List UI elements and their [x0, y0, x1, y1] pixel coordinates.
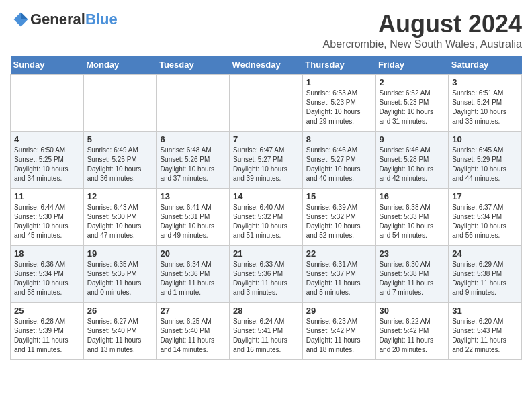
calendar-cell: 27Sunrise: 6:25 AM Sunset: 5:40 PM Dayli… — [157, 303, 230, 360]
calendar-cell: 14Sunrise: 6:40 AM Sunset: 5:32 PM Dayli… — [230, 189, 303, 246]
day-number: 26 — [87, 306, 153, 316]
day-number: 18 — [14, 248, 80, 259]
calendar-table: SundayMondayTuesdayWednesdayThursdayFrid… — [10, 56, 522, 360]
day-number: 6 — [160, 134, 226, 144]
day-number: 10 — [452, 134, 518, 144]
day-number: 11 — [14, 191, 80, 201]
calendar-cell — [83, 75, 157, 132]
day-info: Sunrise: 6:34 AM Sunset: 5:36 PM Dayligh… — [160, 260, 226, 298]
logo-icon — [11, 10, 30, 29]
day-info: Sunrise: 6:50 AM Sunset: 5:25 PM Dayligh… — [14, 146, 80, 183]
day-info: Sunrise: 6:41 AM Sunset: 5:31 PM Dayligh… — [160, 203, 226, 240]
col-header-friday: Friday — [375, 56, 449, 75]
calendar-cell: 23Sunrise: 6:30 AM Sunset: 5:38 PM Dayli… — [375, 246, 449, 303]
col-header-sunday: Sunday — [11, 56, 84, 75]
day-info: Sunrise: 6:44 AM Sunset: 5:30 PM Dayligh… — [14, 203, 80, 240]
calendar-cell: 4Sunrise: 6:50 AM Sunset: 5:25 PM Daylig… — [11, 132, 84, 189]
calendar-cell: 29Sunrise: 6:23 AM Sunset: 5:42 PM Dayli… — [302, 303, 375, 360]
day-info: Sunrise: 6:46 AM Sunset: 5:27 PM Dayligh… — [306, 146, 372, 183]
col-header-tuesday: Tuesday — [157, 56, 230, 75]
day-info: Sunrise: 6:22 AM Sunset: 5:42 PM Dayligh… — [380, 317, 445, 355]
calendar-cell: 13Sunrise: 6:41 AM Sunset: 5:31 PM Dayli… — [157, 189, 230, 246]
day-number: 29 — [306, 306, 372, 316]
calendar-cell: 17Sunrise: 6:37 AM Sunset: 5:34 PM Dayli… — [449, 189, 522, 246]
day-number: 13 — [160, 191, 226, 201]
calendar-cell: 1Sunrise: 6:53 AM Sunset: 5:23 PM Daylig… — [302, 75, 375, 132]
day-number: 12 — [87, 191, 153, 201]
main-title: August 2024 — [323, 10, 522, 38]
day-info: Sunrise: 6:37 AM Sunset: 5:34 PM Dayligh… — [452, 203, 518, 240]
calendar-cell: 25Sunrise: 6:28 AM Sunset: 5:39 PM Dayli… — [11, 303, 84, 360]
day-number: 4 — [14, 134, 80, 144]
day-number: 30 — [380, 306, 445, 316]
day-info: Sunrise: 6:27 AM Sunset: 5:40 PM Dayligh… — [87, 317, 153, 355]
day-number: 15 — [306, 191, 372, 201]
day-info: Sunrise: 6:24 AM Sunset: 5:41 PM Dayligh… — [233, 317, 299, 355]
day-number: 21 — [233, 248, 299, 259]
col-header-wednesday: Wednesday — [230, 56, 303, 75]
day-info: Sunrise: 6:25 AM Sunset: 5:40 PM Dayligh… — [160, 317, 226, 355]
day-info: Sunrise: 6:51 AM Sunset: 5:24 PM Dayligh… — [452, 89, 518, 126]
page-header: GeneralBlue August 2024 Abercrombie, New… — [10, 10, 522, 50]
day-info: Sunrise: 6:23 AM Sunset: 5:42 PM Dayligh… — [306, 317, 372, 355]
calendar-cell: 15Sunrise: 6:39 AM Sunset: 5:32 PM Dayli… — [302, 189, 375, 246]
calendar-cell — [11, 75, 84, 132]
day-info: Sunrise: 6:33 AM Sunset: 5:36 PM Dayligh… — [233, 260, 299, 298]
day-number: 28 — [233, 306, 299, 316]
day-number: 5 — [87, 134, 153, 144]
day-number: 27 — [160, 306, 226, 316]
day-number: 1 — [306, 77, 372, 87]
day-info: Sunrise: 6:46 AM Sunset: 5:28 PM Dayligh… — [380, 146, 445, 183]
logo: GeneralBlue — [10, 10, 118, 29]
calendar-cell: 8Sunrise: 6:46 AM Sunset: 5:27 PM Daylig… — [302, 132, 375, 189]
day-info: Sunrise: 6:48 AM Sunset: 5:26 PM Dayligh… — [160, 146, 226, 183]
day-info: Sunrise: 6:47 AM Sunset: 5:27 PM Dayligh… — [233, 146, 299, 183]
calendar-cell — [230, 75, 303, 132]
calendar-cell: 31Sunrise: 6:20 AM Sunset: 5:43 PM Dayli… — [449, 303, 522, 360]
day-info: Sunrise: 6:53 AM Sunset: 5:23 PM Dayligh… — [306, 89, 372, 126]
day-number: 3 — [452, 77, 518, 87]
day-info: Sunrise: 6:43 AM Sunset: 5:30 PM Dayligh… — [87, 203, 153, 240]
calendar-cell — [157, 75, 230, 132]
subtitle: Abercrombie, New South Wales, Australia — [323, 38, 522, 50]
calendar-cell: 5Sunrise: 6:49 AM Sunset: 5:25 PM Daylig… — [83, 132, 157, 189]
day-info: Sunrise: 6:35 AM Sunset: 5:35 PM Dayligh… — [87, 260, 153, 298]
day-number: 20 — [160, 248, 226, 259]
calendar-cell: 22Sunrise: 6:31 AM Sunset: 5:37 PM Dayli… — [302, 246, 375, 303]
calendar-cell: 10Sunrise: 6:45 AM Sunset: 5:29 PM Dayli… — [449, 132, 522, 189]
day-number: 16 — [380, 191, 445, 201]
calendar-cell: 7Sunrise: 6:47 AM Sunset: 5:27 PM Daylig… — [230, 132, 303, 189]
calendar-cell: 30Sunrise: 6:22 AM Sunset: 5:42 PM Dayli… — [375, 303, 449, 360]
day-number: 23 — [380, 248, 445, 259]
calendar-cell: 3Sunrise: 6:51 AM Sunset: 5:24 PM Daylig… — [449, 75, 522, 132]
calendar-cell: 26Sunrise: 6:27 AM Sunset: 5:40 PM Dayli… — [83, 303, 157, 360]
calendar-cell: 9Sunrise: 6:46 AM Sunset: 5:28 PM Daylig… — [375, 132, 449, 189]
logo-text: GeneralBlue — [30, 11, 118, 28]
calendar-cell: 11Sunrise: 6:44 AM Sunset: 5:30 PM Dayli… — [11, 189, 84, 246]
calendar-cell: 28Sunrise: 6:24 AM Sunset: 5:41 PM Dayli… — [230, 303, 303, 360]
day-info: Sunrise: 6:49 AM Sunset: 5:25 PM Dayligh… — [87, 146, 153, 183]
day-number: 22 — [306, 248, 372, 259]
day-number: 7 — [233, 134, 299, 144]
calendar-cell: 16Sunrise: 6:38 AM Sunset: 5:33 PM Dayli… — [375, 189, 449, 246]
svg-marker-1 — [21, 13, 28, 20]
day-number: 17 — [452, 191, 518, 201]
day-info: Sunrise: 6:40 AM Sunset: 5:32 PM Dayligh… — [233, 203, 299, 240]
title-block: August 2024 Abercrombie, New South Wales… — [323, 10, 522, 50]
calendar-cell: 2Sunrise: 6:52 AM Sunset: 5:23 PM Daylig… — [375, 75, 449, 132]
day-info: Sunrise: 6:38 AM Sunset: 5:33 PM Dayligh… — [380, 203, 445, 240]
day-info: Sunrise: 6:36 AM Sunset: 5:34 PM Dayligh… — [14, 260, 80, 298]
day-info: Sunrise: 6:52 AM Sunset: 5:23 PM Dayligh… — [380, 89, 445, 126]
day-number: 25 — [14, 306, 80, 316]
day-info: Sunrise: 6:45 AM Sunset: 5:29 PM Dayligh… — [452, 146, 518, 183]
day-number: 9 — [380, 134, 445, 144]
col-header-thursday: Thursday — [302, 56, 375, 75]
day-number: 8 — [306, 134, 372, 144]
calendar-cell: 24Sunrise: 6:29 AM Sunset: 5:38 PM Dayli… — [449, 246, 522, 303]
day-info: Sunrise: 6:29 AM Sunset: 5:38 PM Dayligh… — [452, 260, 518, 298]
day-number: 14 — [233, 191, 299, 201]
calendar-cell: 6Sunrise: 6:48 AM Sunset: 5:26 PM Daylig… — [157, 132, 230, 189]
day-info: Sunrise: 6:28 AM Sunset: 5:39 PM Dayligh… — [14, 317, 80, 355]
calendar-cell: 21Sunrise: 6:33 AM Sunset: 5:36 PM Dayli… — [230, 246, 303, 303]
day-number: 24 — [452, 248, 518, 259]
